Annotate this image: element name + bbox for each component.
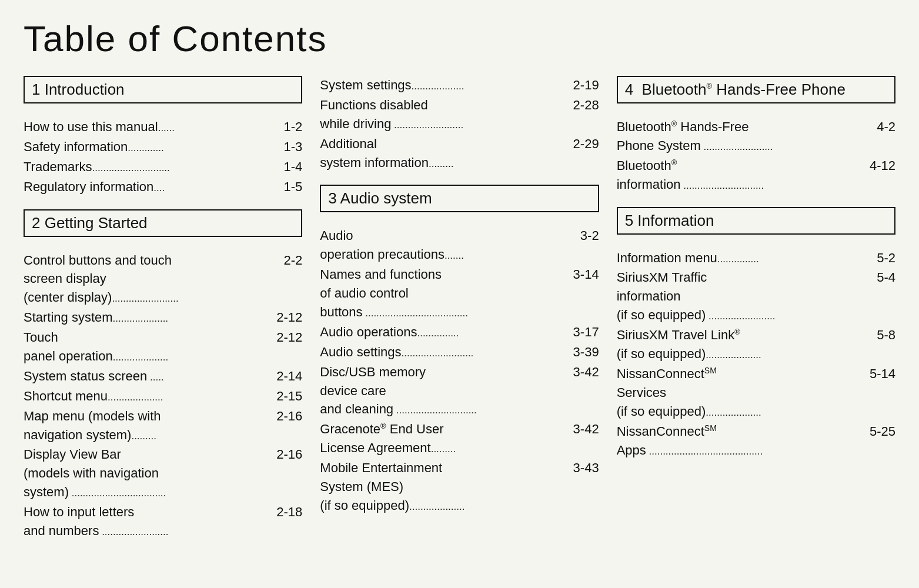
column-3: 4 Bluetooth® Hands-Free Phone Bluetooth®…	[617, 76, 895, 546]
page-title: Table of Contents	[24, 18, 895, 59]
section-4-header: 4 Bluetooth® Hands-Free Phone	[617, 76, 895, 103]
section-5-header: 5 Information	[617, 207, 895, 235]
list-item: How to use this manual...... 1-2	[24, 118, 302, 136]
section-3-header: 3 Audio system	[320, 185, 599, 212]
list-item: Mobile EntertainmentSystem (MES)(if so e…	[320, 459, 599, 515]
section-2-header: 2 Getting Started	[24, 209, 302, 237]
list-item: System status screen ..... 2-14	[24, 367, 302, 386]
list-item: Disc/USB memorydevice careand cleaning .…	[320, 363, 599, 419]
list-item: How to input lettersand numbers ........…	[24, 503, 302, 540]
list-item: Map menu (models withnavigation system).…	[24, 407, 302, 445]
list-item: SiriusXM Travel Link®(if so equipped)...…	[617, 326, 895, 363]
list-item: Information menu............... 5-2	[617, 249, 895, 268]
list-item: SiriusXM Trafficinformation(if so equipp…	[617, 268, 895, 325]
section-2-block: 2 Getting Started Control buttons and to…	[24, 209, 302, 540]
list-item: Touchpanel operation....................…	[24, 328, 302, 366]
section-4-block: 4 Bluetooth® Hands-Free Phone Bluetooth®…	[617, 76, 895, 194]
section-3-block: 3 Audio system Audiooperation precaution…	[320, 185, 599, 514]
list-item: Control buttons and touchscreen display(…	[24, 251, 302, 308]
list-item: NissanConnectSMApps ....................…	[617, 422, 895, 460]
section-5-block: 5 Information Information menu..........…	[617, 207, 895, 460]
list-item: Starting system.................... 2-12	[24, 308, 302, 327]
list-item: Audiooperation precautions....... 3-2	[320, 226, 599, 264]
list-item: Additionalsystem information......... 2-…	[320, 135, 599, 172]
list-item: Gracenote® End UserLicense Agreement....…	[320, 420, 599, 457]
list-item: Safety information............. 1-3	[24, 138, 302, 156]
list-item: Names and functionsof audio controlbutto…	[320, 265, 599, 322]
list-item: Bluetooth®information ..................…	[617, 156, 895, 194]
list-item: Shortcut menu.................... 2-15	[24, 387, 302, 406]
list-item: Display View Bar(models with navigations…	[24, 445, 302, 502]
list-item: Audio operations............... 3-17	[320, 323, 599, 342]
section-1-block: 1 Introduction How to use this manual...…	[24, 76, 302, 196]
column-1: 1 Introduction How to use this manual...…	[24, 76, 320, 546]
list-item: Regulatory information.... 1-5	[24, 178, 302, 196]
section-1-header: 1 Introduction	[24, 76, 302, 103]
list-item: NissanConnectSMServices(if so equipped).…	[617, 365, 895, 421]
list-item: Bluetooth® Hands-FreePhone System ......…	[617, 118, 895, 155]
list-item: Functions disabledwhile driving ........…	[320, 96, 599, 133]
list-item: Audio settings..........................…	[320, 343, 599, 362]
section-2-cont-block: System settings................... 2-19 …	[320, 76, 599, 172]
list-item: Trademarks............................ 1…	[24, 158, 302, 176]
column-2: System settings................... 2-19 …	[320, 76, 616, 546]
list-item: System settings................... 2-19	[320, 76, 599, 95]
